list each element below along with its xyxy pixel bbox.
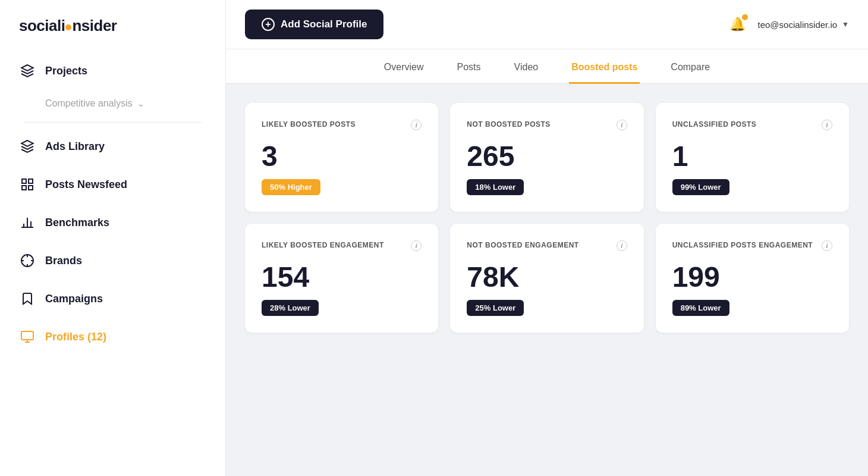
stat-badge-5: 25% Lower [467, 300, 524, 316]
stat-card-header-5: NOT BOOSTED ENGAGEMENT i [467, 240, 627, 251]
svg-marker-1 [21, 140, 33, 146]
logo-area: socialinsider [0, 0, 225, 52]
chevron-right-icon: ⌄ [137, 99, 144, 108]
stat-badge-3: 99% Lower [672, 179, 729, 195]
add-profile-button[interactable]: + Add Social Profile [245, 10, 383, 39]
stat-value-3: 1 [672, 142, 832, 171]
stat-value-6: 199 [672, 263, 832, 292]
divider-1 [24, 122, 202, 123]
layers2-icon [19, 138, 36, 155]
info-icon-2[interactable]: i [617, 120, 627, 130]
profiles-label: Profiles (12) [45, 331, 106, 343]
bookmark-icon [19, 290, 36, 307]
stat-value-4: 154 [262, 263, 422, 292]
svg-marker-0 [21, 65, 33, 71]
info-icon-3[interactable]: i [822, 120, 832, 130]
main-content: + Add Social Profile 🔔 teo@socialinsider… [226, 0, 868, 476]
brands-label: Brands [45, 255, 82, 267]
stat-title-3: UNCLASSIFIED POSTS [672, 120, 757, 130]
tabs-bar: Overview Posts Video Boosted posts Compa… [226, 49, 868, 84]
svg-rect-15 [21, 331, 33, 340]
notification-badge [742, 14, 748, 20]
stat-title-5: NOT BOOSTED ENGAGEMENT [467, 240, 578, 250]
stat-card-unclassified-engagement: UNCLASSIFIED POSTS ENGAGEMENT i 199 89% … [656, 224, 849, 333]
header: + Add Social Profile 🔔 teo@socialinsider… [226, 0, 868, 49]
sidebar-item-campaigns[interactable]: Campaigns [12, 280, 213, 318]
header-right: 🔔 teo@socialinsider.io ▼ [729, 17, 849, 32]
sidebar-item-competitive[interactable]: Competitive analysis ⌄ [12, 90, 213, 117]
add-profile-label: Add Social Profile [281, 18, 367, 30]
stat-badge-1: 50% Higher [262, 179, 320, 195]
posts-newsfeed-label: Posts Newsfeed [45, 178, 127, 191]
info-icon-4[interactable]: i [411, 240, 422, 251]
stat-title-1: LIKELY BOOSTED POSTS [262, 120, 356, 130]
info-icon-1[interactable]: i [411, 120, 422, 130]
sidebar-item-projects[interactable]: Projects [12, 52, 213, 90]
sidebar-item-benchmarks[interactable]: Benchmarks [12, 203, 213, 242]
stat-card-header-2: NOT BOOSTED POSTS i [467, 120, 627, 130]
content-area: LIKELY BOOSTED POSTS i 3 50% Higher NOT … [226, 84, 868, 476]
stat-card-likely-boosted-engagement: LIKELY BOOSTED ENGAGEMENT i 154 28% Lowe… [245, 224, 438, 333]
sidebar-item-posts-newsfeed[interactable]: Posts Newsfeed [12, 165, 213, 203]
info-icon-5[interactable]: i [617, 240, 627, 251]
svg-rect-5 [29, 186, 33, 190]
stat-value-5: 78K [467, 263, 627, 292]
sidebar: socialinsider Projects Competitive analy… [0, 0, 226, 476]
svg-rect-4 [22, 186, 26, 190]
tab-overview[interactable]: Overview [382, 62, 426, 84]
sidebar-nav: Projects Competitive analysis ⌄ Ads Libr… [0, 52, 225, 476]
stat-badge-6: 89% Lower [672, 300, 729, 316]
tab-posts[interactable]: Posts [455, 62, 483, 84]
plus-circle-icon: + [262, 18, 275, 31]
tab-video[interactable]: Video [512, 62, 541, 84]
ads-library-label: Ads Library [45, 140, 105, 153]
stat-title-6: UNCLASSIFIED POSTS ENGAGEMENT [672, 240, 813, 250]
tab-boosted-posts[interactable]: Boosted posts [569, 62, 640, 84]
projects-label: Projects [45, 65, 87, 77]
layers-icon [19, 62, 36, 79]
stat-card-header-3: UNCLASSIFIED POSTS i [672, 120, 832, 130]
user-menu[interactable]: teo@socialinsider.io ▼ [757, 20, 849, 30]
stat-card-header-6: UNCLASSIFIED POSTS ENGAGEMENT i [672, 240, 832, 251]
svg-rect-3 [29, 179, 33, 183]
stat-badge-2: 18% Lower [467, 179, 524, 195]
user-email: teo@socialinsider.io [757, 20, 837, 30]
logo-text: socialinsider [19, 17, 117, 35]
campaigns-label: Campaigns [45, 293, 103, 305]
tab-compare[interactable]: Compare [668, 62, 712, 84]
stat-card-header-4: LIKELY BOOSTED ENGAGEMENT i [262, 240, 422, 251]
stat-card-likely-boosted-posts: LIKELY BOOSTED POSTS i 3 50% Higher [245, 103, 438, 212]
sidebar-item-brands[interactable]: Brands [12, 242, 213, 280]
profile-icon [19, 328, 36, 345]
competitive-label: Competitive analysis [45, 98, 133, 109]
stat-title-2: NOT BOOSTED POSTS [467, 120, 551, 130]
stat-card-header-1: LIKELY BOOSTED POSTS i [262, 120, 422, 130]
stat-value-2: 265 [467, 142, 627, 171]
sidebar-item-profiles[interactable]: Profiles (12) [12, 318, 213, 356]
stat-card-unclassified-posts: UNCLASSIFIED POSTS i 1 99% Lower [656, 103, 849, 212]
stat-value-1: 3 [262, 142, 422, 171]
stats-grid: LIKELY BOOSTED POSTS i 3 50% Higher NOT … [245, 103, 849, 333]
chevron-down-icon: ▼ [842, 20, 849, 29]
crosshair-icon [19, 252, 36, 269]
svg-rect-2 [22, 179, 26, 183]
bar-chart-icon [19, 214, 36, 231]
sidebar-item-ads-library[interactable]: Ads Library [12, 127, 213, 165]
info-icon-6[interactable]: i [822, 240, 832, 251]
stat-title-4: LIKELY BOOSTED ENGAGEMENT [262, 240, 384, 250]
stat-card-not-boosted-posts: NOT BOOSTED POSTS i 265 18% Lower [450, 103, 643, 212]
stat-card-not-boosted-engagement: NOT BOOSTED ENGAGEMENT i 78K 25% Lower [450, 224, 643, 333]
notifications-bell[interactable]: 🔔 [729, 17, 746, 32]
benchmarks-label: Benchmarks [45, 217, 109, 229]
stat-badge-4: 28% Lower [262, 300, 319, 316]
grid-icon [19, 176, 36, 193]
